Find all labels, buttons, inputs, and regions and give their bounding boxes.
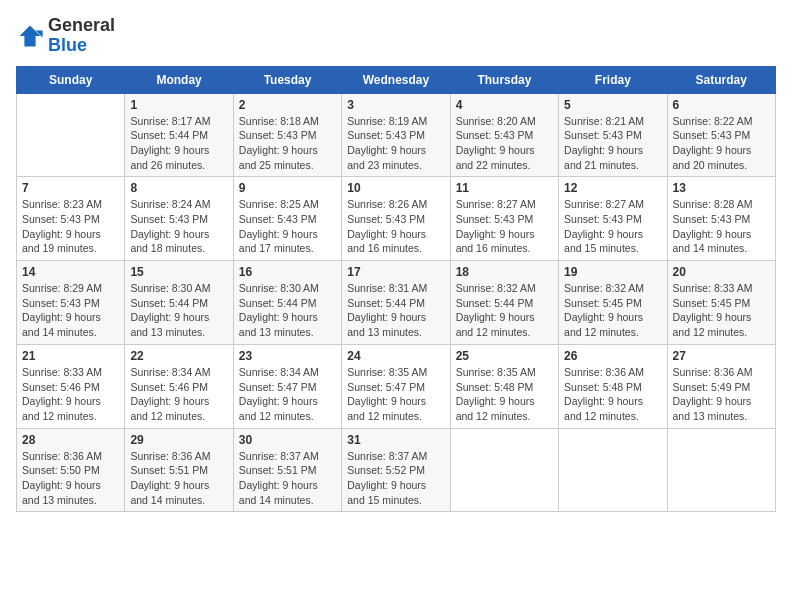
day-info: Sunrise: 8:33 AMSunset: 5:45 PMDaylight:… <box>673 281 770 340</box>
logo-icon <box>16 22 44 50</box>
logo-line2: Blue <box>48 36 115 56</box>
day-number: 2 <box>239 98 336 112</box>
day-number: 3 <box>347 98 444 112</box>
calendar-cell: 10Sunrise: 8:26 AMSunset: 5:43 PMDayligh… <box>342 177 450 261</box>
day-info: Sunrise: 8:29 AMSunset: 5:43 PMDaylight:… <box>22 281 119 340</box>
day-number: 15 <box>130 265 227 279</box>
col-header-wednesday: Wednesday <box>342 66 450 93</box>
day-number: 5 <box>564 98 661 112</box>
calendar-cell: 27Sunrise: 8:36 AMSunset: 5:49 PMDayligh… <box>667 344 775 428</box>
day-number: 31 <box>347 433 444 447</box>
calendar-cell: 1Sunrise: 8:17 AMSunset: 5:44 PMDaylight… <box>125 93 233 177</box>
day-number: 7 <box>22 181 119 195</box>
calendar-cell: 18Sunrise: 8:32 AMSunset: 5:44 PMDayligh… <box>450 261 558 345</box>
calendar-cell: 6Sunrise: 8:22 AMSunset: 5:43 PMDaylight… <box>667 93 775 177</box>
calendar-cell: 23Sunrise: 8:34 AMSunset: 5:47 PMDayligh… <box>233 344 341 428</box>
day-number: 24 <box>347 349 444 363</box>
calendar-cell: 12Sunrise: 8:27 AMSunset: 5:43 PMDayligh… <box>559 177 667 261</box>
calendar-table: SundayMondayTuesdayWednesdayThursdayFrid… <box>16 66 776 513</box>
calendar-cell: 25Sunrise: 8:35 AMSunset: 5:48 PMDayligh… <box>450 344 558 428</box>
logo-line1: General <box>48 16 115 36</box>
day-info: Sunrise: 8:25 AMSunset: 5:43 PMDaylight:… <box>239 197 336 256</box>
calendar-cell: 15Sunrise: 8:30 AMSunset: 5:44 PMDayligh… <box>125 261 233 345</box>
day-info: Sunrise: 8:24 AMSunset: 5:43 PMDaylight:… <box>130 197 227 256</box>
calendar-cell: 8Sunrise: 8:24 AMSunset: 5:43 PMDaylight… <box>125 177 233 261</box>
day-info: Sunrise: 8:31 AMSunset: 5:44 PMDaylight:… <box>347 281 444 340</box>
day-info: Sunrise: 8:34 AMSunset: 5:46 PMDaylight:… <box>130 365 227 424</box>
calendar-cell: 28Sunrise: 8:36 AMSunset: 5:50 PMDayligh… <box>17 428 125 512</box>
day-info: Sunrise: 8:37 AMSunset: 5:51 PMDaylight:… <box>239 449 336 508</box>
calendar-cell: 17Sunrise: 8:31 AMSunset: 5:44 PMDayligh… <box>342 261 450 345</box>
col-header-thursday: Thursday <box>450 66 558 93</box>
calendar-cell: 26Sunrise: 8:36 AMSunset: 5:48 PMDayligh… <box>559 344 667 428</box>
day-info: Sunrise: 8:18 AMSunset: 5:43 PMDaylight:… <box>239 114 336 173</box>
day-number: 19 <box>564 265 661 279</box>
day-info: Sunrise: 8:32 AMSunset: 5:44 PMDaylight:… <box>456 281 553 340</box>
day-number: 17 <box>347 265 444 279</box>
day-info: Sunrise: 8:21 AMSunset: 5:43 PMDaylight:… <box>564 114 661 173</box>
calendar-cell: 5Sunrise: 8:21 AMSunset: 5:43 PMDaylight… <box>559 93 667 177</box>
calendar-cell: 13Sunrise: 8:28 AMSunset: 5:43 PMDayligh… <box>667 177 775 261</box>
day-info: Sunrise: 8:27 AMSunset: 5:43 PMDaylight:… <box>564 197 661 256</box>
day-info: Sunrise: 8:26 AMSunset: 5:43 PMDaylight:… <box>347 197 444 256</box>
calendar-cell: 22Sunrise: 8:34 AMSunset: 5:46 PMDayligh… <box>125 344 233 428</box>
day-info: Sunrise: 8:36 AMSunset: 5:49 PMDaylight:… <box>673 365 770 424</box>
day-number: 14 <box>22 265 119 279</box>
calendar-cell: 9Sunrise: 8:25 AMSunset: 5:43 PMDaylight… <box>233 177 341 261</box>
day-number: 29 <box>130 433 227 447</box>
day-number: 9 <box>239 181 336 195</box>
day-info: Sunrise: 8:17 AMSunset: 5:44 PMDaylight:… <box>130 114 227 173</box>
calendar-cell: 30Sunrise: 8:37 AMSunset: 5:51 PMDayligh… <box>233 428 341 512</box>
calendar-cell <box>450 428 558 512</box>
calendar-cell <box>559 428 667 512</box>
day-number: 21 <box>22 349 119 363</box>
calendar-cell: 2Sunrise: 8:18 AMSunset: 5:43 PMDaylight… <box>233 93 341 177</box>
col-header-friday: Friday <box>559 66 667 93</box>
svg-marker-0 <box>20 25 41 46</box>
day-number: 4 <box>456 98 553 112</box>
day-info: Sunrise: 8:36 AMSunset: 5:50 PMDaylight:… <box>22 449 119 508</box>
day-info: Sunrise: 8:28 AMSunset: 5:43 PMDaylight:… <box>673 197 770 256</box>
calendar-cell: 7Sunrise: 8:23 AMSunset: 5:43 PMDaylight… <box>17 177 125 261</box>
day-number: 22 <box>130 349 227 363</box>
calendar-cell: 14Sunrise: 8:29 AMSunset: 5:43 PMDayligh… <box>17 261 125 345</box>
day-number: 8 <box>130 181 227 195</box>
day-info: Sunrise: 8:35 AMSunset: 5:47 PMDaylight:… <box>347 365 444 424</box>
day-number: 18 <box>456 265 553 279</box>
calendar-cell: 20Sunrise: 8:33 AMSunset: 5:45 PMDayligh… <box>667 261 775 345</box>
day-number: 1 <box>130 98 227 112</box>
day-info: Sunrise: 8:32 AMSunset: 5:45 PMDaylight:… <box>564 281 661 340</box>
col-header-saturday: Saturday <box>667 66 775 93</box>
day-info: Sunrise: 8:37 AMSunset: 5:52 PMDaylight:… <box>347 449 444 508</box>
day-info: Sunrise: 8:22 AMSunset: 5:43 PMDaylight:… <box>673 114 770 173</box>
day-number: 25 <box>456 349 553 363</box>
day-info: Sunrise: 8:35 AMSunset: 5:48 PMDaylight:… <box>456 365 553 424</box>
logo: General Blue <box>16 16 115 56</box>
calendar-cell <box>667 428 775 512</box>
calendar-cell: 3Sunrise: 8:19 AMSunset: 5:43 PMDaylight… <box>342 93 450 177</box>
calendar-cell: 4Sunrise: 8:20 AMSunset: 5:43 PMDaylight… <box>450 93 558 177</box>
day-number: 26 <box>564 349 661 363</box>
day-info: Sunrise: 8:19 AMSunset: 5:43 PMDaylight:… <box>347 114 444 173</box>
calendar-cell: 11Sunrise: 8:27 AMSunset: 5:43 PMDayligh… <box>450 177 558 261</box>
calendar-cell: 24Sunrise: 8:35 AMSunset: 5:47 PMDayligh… <box>342 344 450 428</box>
calendar-cell: 16Sunrise: 8:30 AMSunset: 5:44 PMDayligh… <box>233 261 341 345</box>
day-number: 16 <box>239 265 336 279</box>
calendar-cell: 19Sunrise: 8:32 AMSunset: 5:45 PMDayligh… <box>559 261 667 345</box>
day-number: 11 <box>456 181 553 195</box>
col-header-monday: Monday <box>125 66 233 93</box>
day-number: 20 <box>673 265 770 279</box>
day-number: 13 <box>673 181 770 195</box>
calendar-cell: 29Sunrise: 8:36 AMSunset: 5:51 PMDayligh… <box>125 428 233 512</box>
day-number: 27 <box>673 349 770 363</box>
day-number: 28 <box>22 433 119 447</box>
calendar-cell <box>17 93 125 177</box>
day-number: 30 <box>239 433 336 447</box>
col-header-tuesday: Tuesday <box>233 66 341 93</box>
day-number: 12 <box>564 181 661 195</box>
day-info: Sunrise: 8:36 AMSunset: 5:51 PMDaylight:… <box>130 449 227 508</box>
day-info: Sunrise: 8:27 AMSunset: 5:43 PMDaylight:… <box>456 197 553 256</box>
col-header-sunday: Sunday <box>17 66 125 93</box>
calendar-cell: 31Sunrise: 8:37 AMSunset: 5:52 PMDayligh… <box>342 428 450 512</box>
day-info: Sunrise: 8:30 AMSunset: 5:44 PMDaylight:… <box>130 281 227 340</box>
